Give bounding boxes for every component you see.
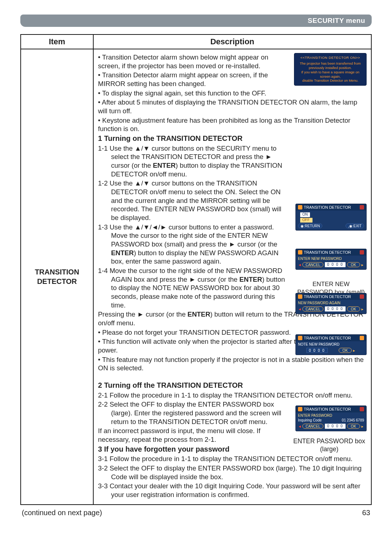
continued-label: (continued on next page) (22, 509, 102, 517)
col-header-item: Item (21, 35, 94, 49)
step-3-3: 3-3 Contact your dealer with the 10 digi… (98, 482, 367, 499)
intro-text: • To display the signal again, set this … (98, 89, 367, 98)
close-icon (360, 205, 364, 209)
alarm-title: <<TRANSITION DETECTOR ON>> (297, 56, 363, 60)
lock-icon (298, 336, 302, 340)
header-bar: SECURITY menu (20, 15, 372, 27)
section-1-note: • This feature may not function properly… (98, 355, 367, 372)
osd-prompt: NEW PASSWORD AGAIN (298, 301, 364, 306)
osd-code: 0 0 0 0 (306, 348, 328, 353)
menu-title: SECURITY menu (308, 17, 365, 25)
left-arrow-icon: ◄ (298, 424, 302, 428)
close-icon (360, 250, 364, 254)
osd-ok: OK (347, 424, 360, 429)
osd-enter-new-screenshot: TRANSITION DETECTOR ENTER NEW PASSWORD ◄… (295, 249, 367, 270)
osd-code: 0 0 0 0 (325, 424, 346, 429)
left-arrow-icon: ◄ (298, 307, 302, 311)
osd-code: 0 0 0 0 (325, 262, 346, 267)
osd-ok: OK (339, 348, 352, 353)
osd-again-screenshot: TRANSITION DETECTOR NEW PASSWORD AGAIN ◄… (295, 293, 367, 314)
lock-icon (298, 407, 302, 411)
lock-icon (298, 250, 302, 254)
right-arrow-icon (360, 424, 364, 428)
osd-prompt: ENTER NEW PASSWORD (298, 257, 364, 261)
osd-off: OFF (300, 218, 313, 223)
close-icon (360, 294, 364, 299)
osd-inq-label: Inquiring Code (298, 418, 322, 423)
alarm-line: The projector has been transferred from … (297, 61, 363, 70)
alarm-screenshot: <<TRANSITION DETECTOR ON>> The projector… (294, 53, 367, 86)
intro-block: <<TRANSITION DETECTOR ON>> The projector… (98, 53, 367, 133)
alarm-line: If you wish to have a square image on sc… (297, 70, 363, 79)
step-3-2: 3-2 Select the OFF to display the ENTER … (98, 464, 367, 481)
item-label: TRANSITION DETECTOR (21, 49, 94, 504)
section-2-title: 2 Turning off the TRANSITION DETECTOR (98, 381, 367, 390)
section-1: 1 Turning on the TRANSITION DETECTOR TRA… (98, 134, 367, 381)
osd-enter-password-screenshot: TRANSITION DETECTOR ENTER PASSWORD Inqui… (295, 406, 367, 431)
osd-ok: OK (347, 306, 360, 311)
osd-prompt: ENTER PASSWORD (298, 414, 364, 418)
osd-onoff-screenshot: TRANSITION DETECTOR ON OFF ◉:RETURN ,◉:E… (295, 204, 367, 231)
right-arrow-icon (360, 262, 364, 267)
osd-cancel: CANCEL (302, 424, 324, 429)
section-2: 2 Turning off the TRANSITION DETECTOR TR… (98, 381, 367, 444)
table-row: TRANSITION DETECTOR <<TRANSITION DETECTO… (21, 49, 371, 504)
osd-prompt: NOTE NEW PASSWORD (298, 342, 364, 347)
osd-cancel: CANCEL (302, 262, 324, 267)
osd-on: ON (300, 212, 310, 217)
caption-enter-password-large: ENTER PASSWORD box (large) (292, 437, 367, 453)
lock-icon (298, 205, 302, 209)
step-2-1: 2-1 Follow the procedure in 1-1 to displ… (98, 391, 367, 400)
osd-code: 0 0 0 0 (325, 306, 346, 311)
content-table: Item Description TRANSITION DETECTOR <<T… (20, 34, 372, 505)
col-header-desc: Description (94, 35, 371, 49)
page-footer: (continued on next page) 63 (20, 509, 372, 517)
right-arrow-icon (360, 307, 364, 311)
lock-icon (298, 294, 302, 299)
step-1-1: 1-1 Use the ▲/▼ cursor buttons on the SE… (98, 144, 367, 179)
page-number: 63 (362, 509, 370, 517)
osd-note-screenshot: TRANSITION DETECTOR NOTE NEW PASSWORD 0 … (295, 334, 367, 355)
item-label-text: TRANSITION DETECTOR (21, 267, 93, 286)
right-arrow-icon (352, 348, 356, 353)
osd-inq-code: 01 2345 6789 (342, 418, 364, 423)
table-header-row: Item Description (21, 35, 371, 49)
left-arrow-icon: ◄ (298, 263, 302, 267)
osd-exit: ,◉:EXIT (346, 223, 364, 228)
close-icon (360, 407, 364, 411)
intro-text: • After about 5 minutes of displaying th… (98, 98, 367, 115)
osd-cancel: CANCEL (302, 306, 324, 311)
alarm-line: disable Transition Detector on Menu. (297, 78, 363, 83)
step-3-1: 3-1 Follow the procedure in 1-1 to displ… (98, 455, 367, 463)
section-1-title: 1 Turning on the TRANSITION DETECTOR (98, 134, 367, 143)
osd-return: ◉:RETURN (298, 223, 322, 228)
osd-ok: OK (347, 262, 360, 267)
intro-text: • Keystone adjustment feature has been p… (98, 116, 367, 133)
play-icon (360, 336, 364, 340)
